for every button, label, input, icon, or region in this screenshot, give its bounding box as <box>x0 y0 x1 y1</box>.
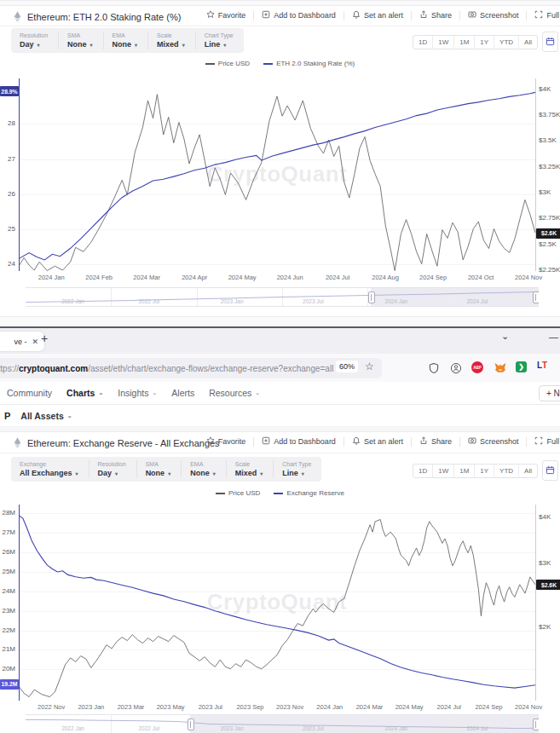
control-ema[interactable]: EMANone▾ <box>104 32 149 49</box>
languagetool-icon[interactable]: LT <box>537 361 547 370</box>
range-button-1d[interactable]: 1D <box>413 36 433 49</box>
dashboard-action-button[interactable]: Add to Dashboard <box>254 10 344 20</box>
caret-down-icon: ▾ <box>168 470 170 476</box>
new-tab-button[interactable]: + <box>41 332 48 345</box>
calendar-icon <box>546 463 555 478</box>
nav-item-insights[interactable]: Insights⌄ <box>118 388 157 398</box>
control-value: Mixed▾ <box>157 40 185 49</box>
control-sma[interactable]: SMANone▾ <box>137 460 182 478</box>
control-exchange[interactable]: ExchangeAll Exchanges▾ <box>11 460 89 478</box>
extension-icon-green[interactable]: ❯ <box>516 361 527 372</box>
control-value-text: Line <box>282 469 298 477</box>
metamask-icon[interactable] <box>494 361 506 374</box>
range-button-1y[interactable]: 1Y <box>475 36 494 49</box>
bell-action-button[interactable]: Set an alert <box>344 10 411 20</box>
calendar-button[interactable] <box>542 460 558 481</box>
control-resolution[interactable]: ResolutionDay▾ <box>89 460 137 478</box>
range-button-1m[interactable]: 1M <box>454 465 475 477</box>
control-chart-type[interactable]: Chart TypeLine▾ <box>196 32 244 49</box>
range-button-1y[interactable]: 1Y <box>475 465 494 477</box>
control-value: Mixed▾ <box>235 469 263 477</box>
nav-item-resources[interactable]: Resources⌄ <box>209 388 260 398</box>
bottom-chart-legend: Price USDExchange Reserve <box>0 489 560 497</box>
control-sma[interactable]: SMANone▾ <box>59 32 104 49</box>
list-tabs-icon[interactable]: ⌄ <box>501 331 509 342</box>
control-chart-type[interactable]: Chart TypeLine▾ <box>274 460 321 478</box>
address-bar[interactable]: https://cryptoquant.com/asset/eth/chart/… <box>0 358 382 378</box>
new-button[interactable]: + Ne <box>539 385 560 401</box>
nav-item-community[interactable]: Community <box>7 388 52 398</box>
share-action-button[interactable]: Share <box>412 10 459 20</box>
minimap-handle[interactable] <box>533 719 539 730</box>
star-action-button[interactable]: Favorite <box>199 10 254 20</box>
chevron-down-icon: ⌄ <box>255 390 260 396</box>
dashboard-action-button[interactable]: Add to Dashboard <box>254 436 344 447</box>
caret-down-icon: ▾ <box>302 470 304 476</box>
page-url: https://cryptoquant.com/asset/eth/chart/… <box>0 364 333 373</box>
nav-item-charts[interactable]: Charts⌄ <box>66 388 103 398</box>
range-button-ytd[interactable]: YTD <box>494 36 519 49</box>
calendar-icon <box>546 34 555 49</box>
browser-address-bar-row: https://cryptoquant.com/asset/eth/chart/… <box>0 354 560 383</box>
minimap-label: 2024 Jan <box>384 725 407 731</box>
asset-selector-row: P All Assets ⌄ <box>0 405 560 427</box>
bell-icon <box>352 436 361 447</box>
share-action-button[interactable]: Share <box>412 436 459 447</box>
adblock-plus-icon[interactable]: ABP <box>471 361 483 373</box>
bell-action-button[interactable]: Set an alert <box>344 436 411 447</box>
star-action-button[interactable]: Favorite <box>199 436 254 447</box>
control-label: Chart Type <box>282 461 311 467</box>
nav-item-alerts[interactable]: Alerts <box>171 388 194 398</box>
control-value-text: Mixed <box>157 40 179 49</box>
minimap[interactable]: 2022 Jan2022 Jul2023 Jan2023 Jul2024 Jan… <box>26 714 539 733</box>
shield-icon[interactable] <box>427 361 440 374</box>
bookmark-star-icon[interactable]: ☆ <box>365 361 374 372</box>
browser-tab[interactable]: ve - ✕ <box>0 332 44 351</box>
screenshot-icon <box>468 10 476 20</box>
minimize-window-icon[interactable]: — <box>549 332 558 342</box>
calendar-button[interactable] <box>542 32 558 52</box>
full-action-button[interactable]: Full <box>527 10 560 20</box>
range-button-1d[interactable]: 1D <box>413 465 433 477</box>
minimap-label: 2023 Jul <box>303 725 324 731</box>
control-scale[interactable]: ScaleMixed▾ <box>148 32 196 49</box>
minimap-handle[interactable] <box>368 291 375 303</box>
range-button-all[interactable]: All <box>519 465 537 477</box>
range-button-all[interactable]: All <box>519 36 537 49</box>
legend-item[interactable]: Exchange Reserve <box>274 489 344 497</box>
minimap[interactable]: 2022 Jan2022 Jul2023 Jan2023 Jul2024 Jan… <box>26 287 539 307</box>
legend-item[interactable]: Price USD <box>205 60 250 67</box>
control-value-text: Day <box>20 40 34 49</box>
control-resolution[interactable]: ResolutionDay▾ <box>11 32 59 49</box>
range-button-group: 1D1W1M1YYTDAll <box>413 464 538 478</box>
action-label: Set an alert <box>364 11 403 20</box>
screenshot-action-button[interactable]: Screenshot <box>460 10 527 20</box>
full-icon <box>534 436 543 447</box>
screenshot-action-button[interactable]: Screenshot <box>460 436 527 447</box>
minimap-handle[interactable] <box>533 291 539 303</box>
close-tab-icon[interactable]: ✕ <box>32 338 38 346</box>
range-button-1w[interactable]: 1W <box>433 465 454 477</box>
legend-item[interactable]: Price USD <box>216 489 260 497</box>
action-label: Screenshot <box>480 11 519 20</box>
zoom-level-badge[interactable]: 60% <box>336 361 358 372</box>
caret-down-icon: ▾ <box>260 470 263 476</box>
full-action-button[interactable]: Full <box>527 436 560 447</box>
legend-dash <box>263 63 273 65</box>
range-button-1w[interactable]: 1W <box>433 36 454 49</box>
control-scale[interactable]: ScaleMixed▾ <box>227 460 274 478</box>
legend-item[interactable]: ETH 2.0 Staking Rate (%) <box>263 60 355 67</box>
range-button-1m[interactable]: 1M <box>454 36 475 49</box>
action-label: Screenshot <box>480 437 519 446</box>
caret-down-icon: ▾ <box>135 42 137 48</box>
minimap-handle[interactable] <box>188 719 194 730</box>
control-ema[interactable]: EMANone▾ <box>182 460 227 478</box>
range-button-ytd[interactable]: YTD <box>494 465 519 477</box>
minimap-label: 2023 Jan <box>221 298 244 304</box>
bottom-chart-actions: FavoriteAdd to DashboardSet an alertShar… <box>199 436 560 447</box>
asset-selector[interactable]: All Assets ⌄ <box>20 411 72 421</box>
control-value: All Exchanges▾ <box>20 469 78 477</box>
control-label: Resolution <box>98 461 126 467</box>
minimap-label: 2022 Jul <box>138 298 159 304</box>
profile-icon[interactable] <box>449 361 462 374</box>
